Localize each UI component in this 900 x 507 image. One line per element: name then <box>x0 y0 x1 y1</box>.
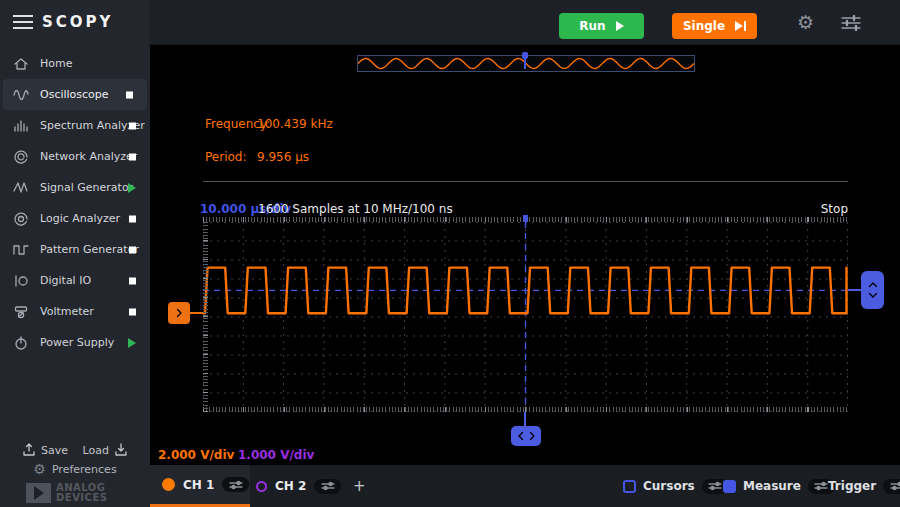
trigger-label[interactable]: Trigger <box>828 479 876 493</box>
oscilloscope-panel: Frequency: 100.439 kHz Period: 9.956 µs … <box>150 45 900 465</box>
sidebar-item-spectrum-analyzer[interactable]: Spectrum Analyzer <box>0 110 150 141</box>
tab-ch1[interactable]: CH 1 <box>150 465 250 507</box>
chevron-down-icon <box>868 292 878 299</box>
sidebar-item-label: Logic Analyzer <box>40 212 120 225</box>
chevron-right-icon <box>174 308 184 318</box>
chevron-right-icon <box>529 431 536 441</box>
load-icon <box>114 443 128 457</box>
plot-canvas <box>203 222 848 412</box>
preferences-gear-icon: ⚙ <box>33 461 46 477</box>
trigger-position-tick[interactable] <box>523 215 528 222</box>
signal-generator-icon <box>13 180 40 196</box>
save-label: Save <box>41 444 68 457</box>
ch1-offset-connector <box>190 312 203 314</box>
ch2-label: CH 2 <box>275 479 306 493</box>
oscilloscope-icon <box>13 87 40 103</box>
cursors-label[interactable]: Cursors <box>643 479 695 493</box>
sidebar-item-label: Voltmeter <box>40 305 94 318</box>
stop-indicator[interactable] <box>126 91 133 98</box>
play-to-end-icon <box>735 21 746 31</box>
measure-label[interactable]: Measure <box>743 479 801 493</box>
cursors-checkbox[interactable] <box>623 480 636 493</box>
adi-triangle-icon <box>26 483 51 503</box>
top-bar: SCOPY Run Single ⚙ <box>0 0 900 45</box>
menu-icon[interactable] <box>13 15 33 29</box>
preview-trigger-marker-stem <box>524 58 526 69</box>
trigger-level-connector <box>848 289 861 291</box>
spectrum-analyzer-icon <box>13 118 40 134</box>
sidebar-item-pattern-generator[interactable]: Pattern Generator <box>0 234 150 265</box>
trigger-position-stem <box>524 412 526 426</box>
ch2-scale-label[interactable]: 1.000 V/div <box>238 448 314 462</box>
tab-ch2[interactable]: CH 2 <box>250 465 350 507</box>
ch1-label: CH 1 <box>183 478 214 492</box>
app-logo: SCOPY <box>42 13 113 31</box>
voltmeter-icon <box>13 304 40 320</box>
tune-icon <box>889 481 900 491</box>
chevron-left-icon <box>517 431 524 441</box>
run-button[interactable]: Run <box>559 13 644 39</box>
trigger-position-handle[interactable] <box>511 426 541 446</box>
sidebar-item-power-supply[interactable]: Power Supply <box>0 327 150 358</box>
trigger-settings-button[interactable] <box>883 479 900 494</box>
add-channel-button[interactable]: + <box>353 465 366 507</box>
scopy-app: SCOPY Run Single ⚙ Home Oscilloscope <box>0 0 900 507</box>
preferences-button[interactable]: ⚙ Preferences <box>0 461 150 477</box>
sidebar-item-label: Pattern Generator <box>40 243 139 256</box>
sidebar-item-oscilloscope[interactable]: Oscilloscope <box>3 79 147 110</box>
digital-io-icon <box>13 273 40 289</box>
load-label: Load <box>83 444 109 457</box>
sidebar-item-home[interactable]: Home <box>0 48 150 79</box>
running-indicator[interactable] <box>128 183 136 193</box>
separator-line <box>203 181 848 182</box>
ch2-color-dot[interactable] <box>256 481 267 492</box>
frequency-value: 100.439 kHz <box>257 117 333 131</box>
period-label: Period: <box>205 150 246 164</box>
period-value: 9.956 µs <box>257 150 309 164</box>
tune-icon <box>228 480 244 490</box>
stop-indicator[interactable] <box>129 153 136 160</box>
power-supply-icon <box>13 335 40 351</box>
stop-indicator[interactable] <box>129 215 136 222</box>
ch1-offset-handle[interactable] <box>168 302 190 324</box>
settings-gear-icon[interactable]: ⚙ <box>797 11 814 33</box>
pattern-generator-icon <box>13 242 40 258</box>
oscilloscope-plot[interactable] <box>203 222 848 412</box>
sample-info-label: 1600 Samples at 10 MHz/100 ns <box>258 202 453 216</box>
play-icon <box>616 21 624 31</box>
chevron-up-icon <box>868 281 878 288</box>
stop-indicator[interactable] <box>129 277 136 284</box>
save-button[interactable]: Save <box>22 443 68 457</box>
analog-devices-logo: ANALOG DEVICES <box>26 483 107 503</box>
stop-indicator[interactable] <box>129 122 136 129</box>
ch1-scale-label[interactable]: 2.000 V/div <box>158 448 234 462</box>
sidebar-item-logic-analyzer[interactable]: Logic Analyzer <box>0 203 150 234</box>
save-icon <box>22 443 36 457</box>
sidebar-item-label: Power Supply <box>40 336 114 349</box>
logic-analyzer-icon <box>13 211 40 227</box>
ch1-color-dot[interactable] <box>162 478 175 491</box>
bottom-bar: CH 1 CH 2 + Cursors Measure <box>150 465 900 507</box>
general-settings-icon[interactable] <box>840 15 862 35</box>
network-analyzer-icon <box>13 149 40 165</box>
sidebar-item-digital-io[interactable]: Digital IO <box>0 265 150 296</box>
ch2-settings-button[interactable] <box>314 479 341 494</box>
ch1-settings-button[interactable] <box>222 477 249 492</box>
trigger-level-handle[interactable] <box>861 271 884 309</box>
single-button[interactable]: Single <box>672 13 757 39</box>
sidebar-item-label: Network Analyzer <box>40 150 137 163</box>
sidebar-item-network-analyzer[interactable]: Network Analyzer <box>0 141 150 172</box>
stop-indicator[interactable] <box>129 246 136 253</box>
home-icon <box>13 56 40 72</box>
sidebar-item-label: Digital IO <box>40 274 91 287</box>
sidebar-item-voltmeter[interactable]: Voltmeter <box>0 296 150 327</box>
tune-icon <box>320 481 336 491</box>
acquisition-status-label: Stop <box>821 202 848 216</box>
running-indicator[interactable] <box>128 338 136 348</box>
sidebar-item-label: Signal Generator <box>40 181 133 194</box>
load-button[interactable]: Load <box>83 443 128 457</box>
sidebar-item-signal-generator[interactable]: Signal Generator <box>0 172 150 203</box>
stop-indicator[interactable] <box>129 308 136 315</box>
measure-checkbox[interactable] <box>723 480 736 493</box>
run-button-label: Run <box>579 19 605 33</box>
